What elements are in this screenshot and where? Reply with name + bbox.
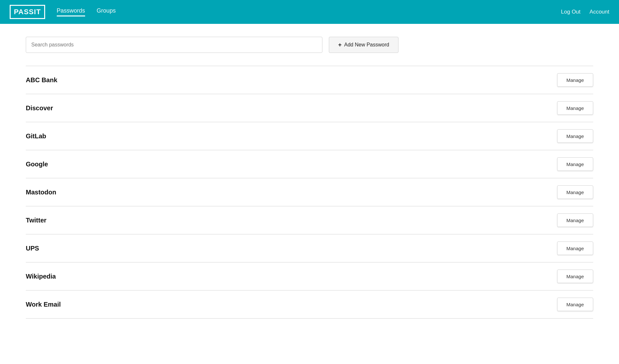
password-row: GoogleManage: [26, 150, 593, 178]
password-list: ABC BankManageDiscoverManageGitLabManage…: [26, 66, 593, 319]
password-name: Discover: [26, 104, 53, 112]
search-input[interactable]: [26, 37, 322, 53]
main-content: + Add New Password ABC BankManageDiscove…: [0, 24, 619, 331]
manage-button[interactable]: Manage: [557, 298, 593, 311]
nav-groups[interactable]: Groups: [97, 7, 116, 16]
password-row: UPSManage: [26, 234, 593, 262]
plus-icon: +: [338, 42, 342, 48]
add-password-label: Add New Password: [344, 42, 389, 48]
main-nav: Passwords Groups: [57, 7, 561, 16]
manage-button[interactable]: Manage: [557, 101, 593, 115]
header-right: Log Out Account: [561, 9, 609, 15]
account-link[interactable]: Account: [590, 9, 609, 15]
password-row: TwitterManage: [26, 206, 593, 234]
add-password-button[interactable]: + Add New Password: [329, 37, 398, 53]
password-row: GitLabManage: [26, 122, 593, 150]
password-name: Twitter: [26, 217, 46, 224]
logo-text: PASSIT: [14, 8, 41, 16]
password-row: Work EmailManage: [26, 290, 593, 319]
password-row: ABC BankManage: [26, 66, 593, 94]
password-name: GitLab: [26, 133, 46, 140]
manage-button[interactable]: Manage: [557, 270, 593, 283]
search-bar-row: + Add New Password: [26, 37, 593, 53]
manage-button[interactable]: Manage: [557, 185, 593, 199]
nav-passwords[interactable]: Passwords: [57, 7, 85, 16]
header: PASSIT Passwords Groups Log Out Account: [0, 0, 619, 24]
password-row: MastodonManage: [26, 178, 593, 206]
password-name: Mastodon: [26, 189, 56, 196]
manage-button[interactable]: Manage: [557, 129, 593, 143]
password-row: DiscoverManage: [26, 94, 593, 122]
password-name: Google: [26, 161, 48, 168]
logout-link[interactable]: Log Out: [561, 9, 581, 15]
manage-button[interactable]: Manage: [557, 241, 593, 255]
manage-button[interactable]: Manage: [557, 73, 593, 87]
manage-button[interactable]: Manage: [557, 157, 593, 171]
password-name: Work Email: [26, 301, 61, 308]
password-name: ABC Bank: [26, 76, 57, 84]
password-name: UPS: [26, 245, 39, 252]
logo[interactable]: PASSIT: [10, 5, 45, 19]
manage-button[interactable]: Manage: [557, 213, 593, 227]
password-name: Wikipedia: [26, 273, 56, 280]
password-row: WikipediaManage: [26, 262, 593, 290]
